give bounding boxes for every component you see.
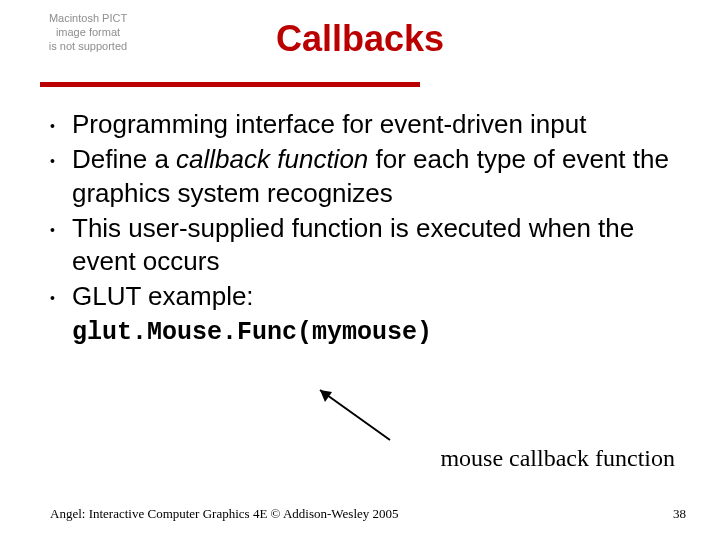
arrow-icon (290, 380, 410, 450)
bullet-emphasis: callback function (176, 144, 368, 174)
bullet-list: Programming interface for event-driven i… (50, 108, 684, 349)
slide-title: Callbacks (0, 18, 720, 60)
arrow-caption: mouse callback function (440, 445, 675, 472)
bullet-item: Programming interface for event-driven i… (50, 108, 684, 141)
code-snippet: glut.Mouse.Func(mymouse) (72, 318, 432, 347)
bullet-text: GLUT example: (72, 281, 254, 311)
bullet-text: Programming interface for event-driven i… (72, 109, 586, 139)
bullet-item: GLUT example: glut.Mouse.Func(mymouse) (50, 280, 684, 348)
bullet-text: Define a (72, 144, 176, 174)
bullet-item: This user-supplied function is executed … (50, 212, 684, 279)
svg-line-0 (320, 390, 390, 440)
svg-marker-1 (320, 390, 332, 402)
content-area: Programming interface for event-driven i… (50, 108, 684, 351)
slide-number: 38 (673, 506, 686, 522)
bullet-item: Define a callback function for each type… (50, 143, 684, 210)
title-underline (40, 82, 420, 87)
bullet-text: This user-supplied function is executed … (72, 213, 634, 276)
footer-attribution: Angel: Interactive Computer Graphics 4E … (50, 506, 399, 522)
